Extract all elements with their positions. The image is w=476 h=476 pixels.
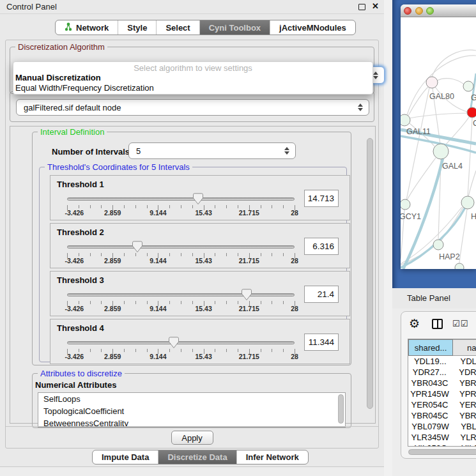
network-node-GAL11[interactable]: [401, 114, 410, 126]
slider-thumb[interactable]: [193, 193, 203, 205]
control-panel-titlebar: Control Panel ✕: [0, 0, 384, 14]
threshold-2-slider[interactable]: [67, 241, 295, 252]
float-window-icon[interactable]: [358, 4, 365, 10]
cell-shared-name[interactable]: YBR043C: [408, 378, 451, 388]
cell-name[interactable]: YIL0: [453, 443, 476, 447]
table-data-combobox[interactable]: galFiltered.sif default node: [16, 99, 369, 116]
cell-name[interactable]: YPR1: [451, 388, 476, 399]
attributes-scrollbar[interactable]: [337, 394, 344, 426]
network-edge[interactable]: [407, 158, 436, 200]
threshold-4-label: Threshold 4: [57, 323, 104, 333]
network-node-H[interactable]: [461, 196, 474, 209]
column-selector-icon[interactable]: [432, 319, 443, 329]
table-row[interactable]: YBL079WYBL0: [408, 421, 476, 432]
threshold-4-value[interactable]: 11.344: [304, 334, 339, 351]
close-icon[interactable]: ✕: [372, 1, 379, 11]
settings-vertical-scrollbar[interactable]: [366, 129, 374, 419]
cell-shared-name[interactable]: YBL079W: [408, 421, 452, 432]
tab-style[interactable]: Style: [118, 20, 157, 35]
slider-thumb[interactable]: [169, 337, 179, 349]
table-panel-title: Table Panel: [407, 288, 450, 309]
network-node-HAP2[interactable]: [433, 240, 443, 250]
network-node-G[interactable]: [463, 81, 473, 91]
column-header-name[interactable]: na: [453, 339, 476, 356]
threshold-3-value[interactable]: 21.4: [304, 286, 339, 303]
cell-name[interactable]: YLR3: [452, 432, 476, 443]
table-row[interactable]: YDL19...YDL1: [408, 356, 476, 367]
network-node-C-red[interactable]: [467, 107, 476, 118]
table-row[interactable]: YBR043CYBR0: [408, 378, 476, 388]
cell-name[interactable]: YBR0: [451, 410, 476, 421]
tab-impute-data[interactable]: Impute Data: [93, 450, 158, 464]
cell-name[interactable]: YBR0: [451, 378, 476, 388]
maximize-traffic-light-icon[interactable]: [426, 7, 434, 15]
network-node-GCY1[interactable]: [401, 199, 410, 210]
cell-name[interactable]: YDR2: [450, 367, 476, 378]
threshold-2-value[interactable]: 6.316: [304, 238, 339, 255]
network-edge[interactable]: [437, 79, 464, 84]
table-row[interactable]: YER054CYER0: [408, 399, 476, 410]
panel-divider[interactable]: [384, 0, 392, 476]
number-of-intervals-value: 5: [136, 146, 141, 156]
threshold-2-label: Threshold 2: [57, 227, 104, 237]
numerical-attribute-item[interactable]: TopologicalCoefficient: [38, 405, 345, 417]
slider-thumb[interactable]: [242, 289, 252, 301]
network-node-partial[interactable]: [455, 263, 464, 269]
algorithm-popup-item[interactable]: Manual Discretization: [13, 73, 372, 83]
threshold-3-slider[interactable]: [67, 289, 295, 300]
tab-infer-network[interactable]: Infer Network: [237, 450, 308, 464]
thresholds-group-title: Threshold's Coordinates for 5 Intervals: [45, 162, 192, 172]
apply-button[interactable]: Apply: [171, 431, 213, 445]
checkboxes-icon[interactable]: ☑☑: [452, 319, 468, 328]
table-horizontal-scrollbar[interactable]: [408, 449, 476, 456]
tab-network[interactable]: Network: [56, 20, 118, 35]
gear-icon[interactable]: ⚙: [409, 316, 420, 331]
bottom-tabbar: Impute Data Discretize Data Infer Networ…: [92, 450, 309, 464]
cell-shared-name[interactable]: YDR27...: [408, 367, 450, 378]
cell-name[interactable]: YBL0: [452, 421, 476, 432]
network-node-GAL4[interactable]: [433, 144, 449, 159]
cell-shared-name[interactable]: YIL053C: [408, 443, 453, 447]
slider-tick-labels: -3.4262.8599.14415.4321.71528: [67, 353, 295, 360]
network-node-label: H: [471, 212, 476, 221]
network-edge[interactable]: [410, 113, 468, 118]
slider-track: [67, 245, 295, 249]
network-edge[interactable]: [432, 50, 476, 77]
network-edge[interactable]: [468, 171, 476, 197]
tab-select[interactable]: Select: [157, 20, 199, 35]
minimize-traffic-light-icon[interactable]: [415, 7, 423, 15]
settings-scroll-panel: Interval Definition Number of Intervals …: [10, 126, 376, 424]
threshold-4-panel: Threshold 4 -3.4262.8599.14415.4321.7152…: [50, 319, 350, 364]
network-canvas[interactable]: GAL80GCGAL11GAL4GCY1HHAP2: [401, 17, 476, 269]
cell-name[interactable]: YDL1: [452, 356, 476, 367]
number-of-intervals-combobox[interactable]: 5: [128, 142, 296, 159]
table-row[interactable]: YDR27...YDR2: [408, 367, 476, 378]
thresholds-group: Threshold's Coordinates for 5 Intervals …: [39, 167, 347, 362]
cell-shared-name[interactable]: YPR145W: [408, 388, 451, 399]
cell-shared-name[interactable]: YBR045C: [408, 410, 451, 421]
cell-shared-name[interactable]: YLR345W: [408, 432, 452, 443]
threshold-4-slider[interactable]: [67, 337, 295, 348]
column-header-shared-name[interactable]: shared...: [408, 339, 453, 356]
tab-cyni-toolbox[interactable]: Cyni Toolbox: [200, 20, 270, 35]
cell-shared-name[interactable]: YER054C: [408, 399, 451, 410]
table-row[interactable]: YIL053CYIL0: [408, 443, 476, 447]
numerical-attribute-item[interactable]: SelfLoops: [38, 393, 345, 405]
tab-jactivemnodules[interactable]: jActiveMNodules: [270, 20, 355, 35]
network-node-GAL80[interactable]: [426, 77, 438, 88]
slider-thumb[interactable]: [132, 241, 142, 253]
threshold-1-value[interactable]: 14.713: [304, 190, 339, 207]
algorithm-placeholder-item[interactable]: Select algorithm to view settings: [13, 62, 372, 73]
table-data-group: Table Data galFiltered.sif default node: [10, 91, 374, 122]
close-traffic-light-icon[interactable]: [404, 7, 411, 15]
table-row[interactable]: YPR145WYPR1: [408, 388, 476, 399]
tab-discretize-data[interactable]: Discretize Data: [158, 450, 236, 464]
threshold-1-slider[interactable]: [67, 193, 295, 204]
table-row[interactable]: YBR045CYBR0: [408, 410, 476, 421]
slider-track: [67, 341, 295, 344]
table-row[interactable]: YLR345WYLR3: [408, 432, 476, 443]
algorithm-popup-item[interactable]: Equal Width/Frequency Discretization: [13, 83, 372, 93]
cell-shared-name[interactable]: YDL19...: [408, 356, 452, 367]
network-desktop: GAL80GCGAL11GAL4GCY1HHAP2: [392, 0, 476, 288]
cell-name[interactable]: YER0: [451, 399, 476, 410]
